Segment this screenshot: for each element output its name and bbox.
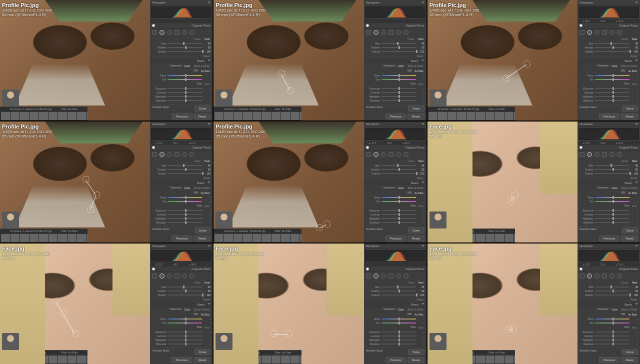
shadows-slider[interactable] bbox=[382, 100, 416, 101]
thumbnail[interactable] bbox=[476, 112, 485, 120]
wb-dropdown[interactable]: As Shot bbox=[413, 191, 425, 195]
thumbnail[interactable] bbox=[262, 356, 271, 364]
photo-canvas[interactable]: Profile Pic.jpg1/420 sec at f / 2.0, ISO… bbox=[214, 122, 364, 242]
thumbnail[interactable] bbox=[252, 112, 262, 120]
reset-button[interactable]: Reset bbox=[194, 357, 211, 363]
color-tab[interactable]: Color bbox=[396, 308, 406, 312]
shadows-slider[interactable] bbox=[595, 100, 630, 101]
heal-spot-marker[interactable] bbox=[82, 176, 90, 183]
heal-spot-marker[interactable] bbox=[507, 198, 514, 204]
temp-slider[interactable] bbox=[168, 318, 202, 320]
feather-slider[interactable] bbox=[382, 47, 416, 48]
heal-spot-marker[interactable] bbox=[60, 310, 67, 316]
heal-spot-marker[interactable] bbox=[52, 298, 60, 304]
bw-tab[interactable]: Black & White bbox=[406, 64, 425, 68]
thumbnail[interactable] bbox=[224, 234, 233, 242]
redeye-tool[interactable] bbox=[594, 152, 600, 157]
original-photo-checkbox[interactable] bbox=[366, 268, 369, 270]
contrast-slider[interactable] bbox=[595, 92, 630, 93]
size-slider[interactable] bbox=[382, 286, 416, 288]
brush-tool[interactable] bbox=[617, 30, 622, 35]
reset-button[interactable]: Reset bbox=[408, 114, 424, 120]
shadows-slider[interactable] bbox=[595, 222, 630, 223]
highlights-slider[interactable] bbox=[595, 218, 630, 219]
heal-tab[interactable]: Heal bbox=[416, 159, 424, 163]
reset-spot-link[interactable]: Reset bbox=[629, 54, 638, 58]
thumbnail[interactable] bbox=[448, 112, 456, 120]
wb-dropdown[interactable]: As Shot bbox=[200, 191, 212, 195]
spot-removal-tool[interactable] bbox=[374, 274, 378, 278]
thumbnail-strip[interactable] bbox=[0, 112, 88, 120]
previous-button[interactable]: Previous bbox=[599, 114, 620, 120]
clone-tab[interactable]: Clone bbox=[620, 280, 630, 284]
collapse-icon[interactable] bbox=[635, 303, 638, 305]
color-tab[interactable]: Color bbox=[610, 186, 619, 190]
done-button[interactable]: Done bbox=[408, 228, 424, 234]
opacity-slider[interactable] bbox=[595, 173, 630, 174]
brush-tool[interactable] bbox=[190, 30, 194, 35]
heal-tab[interactable]: Heal bbox=[203, 159, 211, 163]
thumbnail[interactable] bbox=[48, 234, 58, 242]
spot-removal-tool[interactable] bbox=[374, 152, 378, 157]
redeye-tool[interactable] bbox=[381, 152, 386, 157]
grad-filter-tool[interactable] bbox=[388, 274, 394, 278]
feather-slider[interactable] bbox=[595, 47, 630, 48]
clone-tab[interactable]: Clone bbox=[192, 37, 202, 41]
wb-dropdown[interactable]: As Shot bbox=[413, 69, 425, 73]
reset-spot-link[interactable]: Reset bbox=[202, 176, 211, 180]
clone-tab[interactable]: Clone bbox=[192, 280, 202, 284]
spot-removal-tool[interactable] bbox=[160, 30, 164, 35]
histogram-display[interactable] bbox=[578, 128, 639, 140]
reset-spot-link[interactable]: Reset bbox=[416, 298, 425, 302]
thumbnail[interactable] bbox=[486, 356, 494, 364]
contrast-slider[interactable] bbox=[168, 92, 202, 93]
crop-tool[interactable] bbox=[366, 274, 371, 278]
auto-tone-button[interactable]: Auto bbox=[416, 82, 424, 86]
collapse-icon[interactable] bbox=[208, 60, 210, 62]
color-tab[interactable]: Color bbox=[182, 308, 192, 312]
thumbnail[interactable] bbox=[30, 234, 38, 242]
auto-tone-button[interactable]: Auto bbox=[416, 204, 424, 208]
wb-dropdown[interactable]: As Shot bbox=[626, 191, 638, 195]
auto-tone-button[interactable]: Auto bbox=[630, 204, 638, 208]
exposure-slider[interactable] bbox=[382, 332, 416, 332]
thumbnail[interactable] bbox=[272, 356, 280, 364]
crop-tool[interactable] bbox=[366, 30, 371, 35]
auto-tone-button[interactable]: Auto bbox=[630, 326, 638, 330]
clone-tab[interactable]: Clone bbox=[620, 159, 630, 163]
original-photo-checkbox[interactable] bbox=[152, 24, 155, 27]
thumbnail[interactable] bbox=[466, 234, 476, 242]
heal-spot-marker[interactable] bbox=[512, 192, 518, 198]
thumbnail[interactable] bbox=[68, 112, 76, 120]
radial-filter-tool[interactable] bbox=[396, 152, 401, 157]
thumbnail[interactable] bbox=[281, 112, 290, 120]
highlights-slider[interactable] bbox=[382, 340, 416, 340]
size-slider[interactable] bbox=[168, 286, 202, 288]
thumbnail[interactable] bbox=[20, 234, 29, 242]
collapse-icon[interactable] bbox=[422, 245, 424, 247]
exposure-slider[interactable] bbox=[595, 210, 630, 211]
thumbnail[interactable] bbox=[58, 356, 67, 364]
thumbnail[interactable] bbox=[300, 234, 301, 242]
done-button[interactable]: Done bbox=[194, 349, 210, 355]
heal-spot-marker[interactable] bbox=[72, 330, 79, 337]
size-slider[interactable] bbox=[382, 43, 416, 44]
brush-tool[interactable] bbox=[404, 274, 408, 278]
thumbnail[interactable] bbox=[234, 112, 242, 120]
collapse-icon[interactable] bbox=[422, 2, 424, 4]
thumbnail[interactable] bbox=[428, 234, 438, 242]
redeye-tool[interactable] bbox=[167, 30, 172, 35]
reset-button[interactable]: Reset bbox=[621, 236, 638, 242]
photo-canvas[interactable]: Profile Pic.jpg1/420 sec at f / 2.0, ISO… bbox=[0, 0, 150, 120]
thumbnail[interactable] bbox=[514, 112, 515, 120]
thumbnail[interactable] bbox=[252, 356, 262, 364]
opacity-slider[interactable] bbox=[382, 51, 416, 52]
grad-filter-tool[interactable] bbox=[388, 152, 394, 157]
reset-button[interactable]: Reset bbox=[194, 236, 211, 242]
thumbnail[interactable] bbox=[86, 112, 88, 120]
thumbnail[interactable] bbox=[486, 234, 494, 242]
histogram-display[interactable] bbox=[578, 250, 639, 262]
tint-slider[interactable] bbox=[382, 322, 416, 324]
collapse-icon[interactable] bbox=[422, 60, 424, 62]
feather-slider[interactable] bbox=[382, 290, 416, 292]
